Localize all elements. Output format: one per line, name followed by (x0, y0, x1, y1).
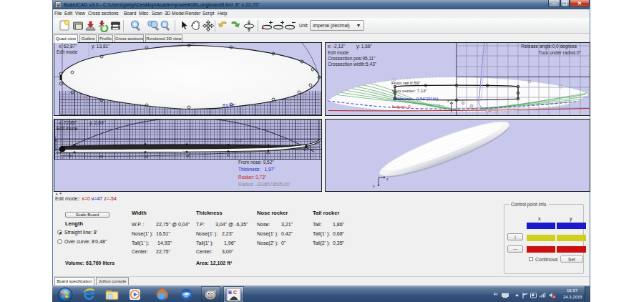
svg-text:C: C (233, 290, 237, 295)
svg-text:B: B (228, 290, 232, 295)
svg-text:bottom: 0: bottom: 0 (392, 104, 411, 109)
svg-text:from center: 7,13": from center: 7,13" (392, 88, 427, 93)
svg-text:8'0,48": 8'0,48" (223, 103, 235, 107)
svg-text:thickness: 0,54"(91%): thickness: 0,54"(91%) (393, 96, 438, 101)
svg-text:y: y (54, 135, 57, 139)
svg-text:x: x (386, 177, 389, 181)
svg-text:z: z (373, 184, 375, 188)
svg-text:y: y (447, 98, 449, 102)
svg-text:0,6": 0,6" (236, 139, 243, 143)
svg-text:From rail 0,59": From rail 0,59" (391, 80, 420, 85)
